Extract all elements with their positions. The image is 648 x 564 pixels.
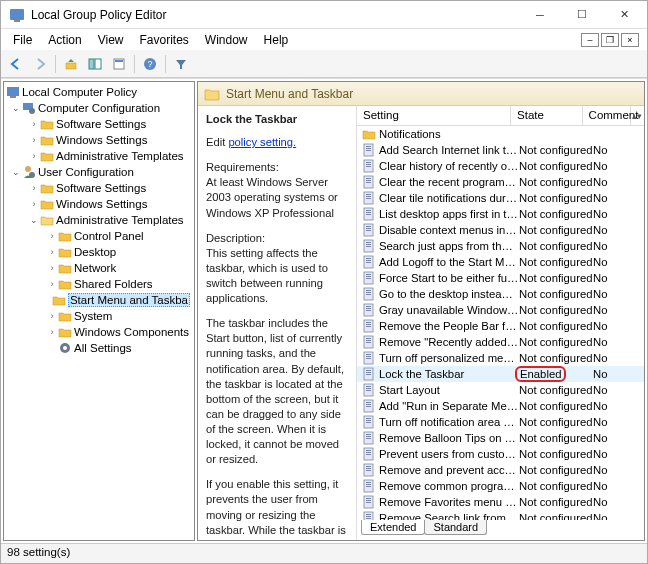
- up-button[interactable]: [60, 53, 82, 75]
- list-row[interactable]: Remove Search link from Start ...Not con…: [357, 510, 644, 520]
- help-button[interactable]: ?: [139, 53, 161, 75]
- list-row[interactable]: Remove Balloon Tips on Start ...Not conf…: [357, 430, 644, 446]
- policy-item-icon: [361, 223, 377, 237]
- svg-rect-78: [366, 386, 371, 387]
- list-row[interactable]: Turn off notification area clean...Not c…: [357, 414, 644, 430]
- list-row[interactable]: Add Logoff to the Start MenuNot configur…: [357, 254, 644, 270]
- close-button[interactable]: ✕: [603, 2, 645, 28]
- tree-item[interactable]: ›Windows Components: [4, 324, 194, 340]
- row-comment: No: [593, 480, 633, 492]
- list-row[interactable]: Force Start to be either full scr...Not …: [357, 270, 644, 286]
- row-state: Not configured: [519, 336, 593, 348]
- minimize-button[interactable]: ─: [519, 2, 561, 28]
- column-setting[interactable]: Setting: [357, 106, 511, 125]
- list-row[interactable]: Remove common program gr...Not configure…: [357, 478, 644, 494]
- tree-item[interactable]: ›Administrative Templates: [4, 148, 194, 164]
- expand-icon[interactable]: ›: [28, 119, 40, 129]
- tree-item[interactable]: All Settings: [4, 340, 194, 356]
- list-row[interactable]: Clear tile notifications during l...Not …: [357, 190, 644, 206]
- row-comment: No: [593, 352, 633, 364]
- list-row[interactable]: Add "Run in Separate Memory...Not config…: [357, 398, 644, 414]
- list-row[interactable]: Search just apps from the App...Not conf…: [357, 238, 644, 254]
- row-state: Not configured: [519, 496, 593, 508]
- tree-computer-config[interactable]: ⌄ Computer Configuration: [4, 100, 194, 116]
- list-row[interactable]: Clear history of recently opene...Not co…: [357, 158, 644, 174]
- tree-root[interactable]: Local Computer Policy: [4, 84, 194, 100]
- mdi-minimize-button[interactable]: –: [581, 33, 599, 47]
- expand-icon[interactable]: ›: [46, 247, 58, 257]
- tree-item[interactable]: ›System: [4, 308, 194, 324]
- list-row[interactable]: Start LayoutNot configuredNo: [357, 382, 644, 398]
- tree-item[interactable]: ›Windows Settings: [4, 196, 194, 212]
- expand-icon[interactable]: ›: [46, 231, 58, 241]
- tree-item[interactable]: ›Shared Folders: [4, 276, 194, 292]
- menu-file[interactable]: File: [5, 31, 40, 49]
- forward-button[interactable]: [29, 53, 51, 75]
- row-state: Not configured: [519, 448, 593, 460]
- list-row[interactable]: Remove "Recently added" list f...Not con…: [357, 334, 644, 350]
- expand-icon[interactable]: ›: [46, 263, 58, 273]
- list-body[interactable]: NotificationsAdd Search Internet link to…: [357, 126, 644, 520]
- menu-view[interactable]: View: [90, 31, 132, 49]
- list-row[interactable]: Go to the desktop instead of St...Not co…: [357, 286, 644, 302]
- row-setting: Add "Run in Separate Memory...: [379, 400, 519, 412]
- expand-icon[interactable]: ›: [46, 311, 58, 321]
- row-comment: No: [593, 160, 633, 172]
- list-row[interactable]: Gray unavailable Windows Inst...Not conf…: [357, 302, 644, 318]
- tree-item[interactable]: ›Control Panel: [4, 228, 194, 244]
- properties-button[interactable]: [108, 53, 130, 75]
- edit-policy-link[interactable]: policy setting.: [228, 136, 296, 148]
- list-row[interactable]: Add Search Internet link to Sta...Not co…: [357, 142, 644, 158]
- tree-item[interactable]: Start Menu and Taskba: [4, 292, 194, 308]
- list-row[interactable]: Turn off personalized menusNot configure…: [357, 350, 644, 366]
- filter-button[interactable]: [170, 53, 192, 75]
- row-comment: No: [593, 400, 633, 412]
- menu-help[interactable]: Help: [256, 31, 297, 49]
- svg-rect-108: [366, 502, 371, 503]
- expand-icon[interactable]: ›: [28, 135, 40, 145]
- tree-item[interactable]: ⌄Administrative Templates: [4, 212, 194, 228]
- tab-standard[interactable]: Standard: [424, 520, 487, 535]
- tab-extended[interactable]: Extended: [361, 520, 425, 535]
- tree-pane[interactable]: Local Computer Policy ⌄ Computer Configu…: [3, 81, 195, 541]
- tree-item[interactable]: ›Network: [4, 260, 194, 276]
- expand-icon[interactable]: ›: [28, 183, 40, 193]
- expand-icon[interactable]: ›: [46, 279, 58, 289]
- tree-item[interactable]: ›Software Settings: [4, 180, 194, 196]
- expand-icon[interactable]: ›: [46, 327, 58, 337]
- policy-item-icon: [361, 431, 377, 445]
- row-comment: No: [593, 320, 633, 332]
- row-state: Not configured: [519, 384, 593, 396]
- svg-rect-74: [366, 370, 371, 371]
- collapse-icon[interactable]: ⌄: [10, 167, 22, 177]
- maximize-button[interactable]: ☐: [561, 2, 603, 28]
- tree-item[interactable]: ›Windows Settings: [4, 132, 194, 148]
- column-state[interactable]: State: [511, 106, 583, 125]
- expand-icon[interactable]: ›: [28, 199, 40, 209]
- tree-item[interactable]: ›Software Settings: [4, 116, 194, 132]
- tree-item[interactable]: ›Desktop: [4, 244, 194, 260]
- show-hide-tree-button[interactable]: [84, 53, 106, 75]
- menu-favorites[interactable]: Favorites: [132, 31, 197, 49]
- menu-window[interactable]: Window: [197, 31, 256, 49]
- list-row[interactable]: Disable context menus in the S...Not con…: [357, 222, 644, 238]
- list-row[interactable]: Notifications: [357, 126, 644, 142]
- row-state: Not configured: [519, 432, 593, 444]
- list-row[interactable]: Remove the People Bar from t...Not confi…: [357, 318, 644, 334]
- row-setting: Notifications: [379, 128, 519, 140]
- list-row[interactable]: Remove and prevent access to...Not confi…: [357, 462, 644, 478]
- list-row[interactable]: List desktop apps first in the A...Not c…: [357, 206, 644, 222]
- list-row[interactable]: Remove Favorites menu from ...Not config…: [357, 494, 644, 510]
- list-row[interactable]: Clear the recent programs list f...Not c…: [357, 174, 644, 190]
- list-row[interactable]: Lock the TaskbarEnabledNo: [357, 366, 644, 382]
- expand-icon[interactable]: ⌄: [28, 215, 40, 225]
- column-comment[interactable]: Comment: [583, 106, 631, 125]
- back-button[interactable]: [5, 53, 27, 75]
- mdi-close-button[interactable]: ×: [621, 33, 639, 47]
- mdi-restore-button[interactable]: ❐: [601, 33, 619, 47]
- expand-icon[interactable]: ›: [28, 151, 40, 161]
- tree-user-config[interactable]: ⌄ User Configuration: [4, 164, 194, 180]
- menu-action[interactable]: Action: [40, 31, 89, 49]
- list-row[interactable]: Prevent users from customizin...Not conf…: [357, 446, 644, 462]
- collapse-icon[interactable]: ⌄: [10, 103, 22, 113]
